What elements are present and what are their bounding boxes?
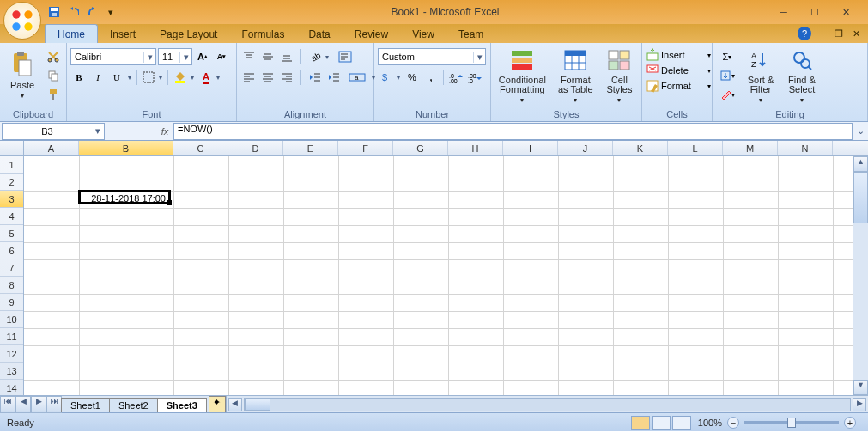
undo-icon[interactable] (65, 4, 81, 20)
font-size-combo[interactable]: 11▾ (158, 48, 192, 65)
decrease-decimal-icon[interactable]: .00.0 (466, 69, 483, 86)
column-header-H[interactable]: H (448, 141, 503, 155)
scroll-right-button[interactable]: ▶ (853, 398, 866, 411)
row-header-1[interactable]: 1 (0, 156, 23, 174)
tab-data[interactable]: Data (296, 25, 342, 43)
column-header-A[interactable]: A (24, 141, 79, 155)
align-right-icon[interactable] (278, 69, 295, 86)
horizontal-scroll-thumb[interactable] (245, 399, 270, 411)
page-layout-view-button[interactable] (652, 416, 671, 430)
tab-insert[interactable]: Insert (98, 25, 148, 43)
font-name-combo[interactable]: Calibri▾ (70, 48, 156, 65)
format-cells-button[interactable]: Format▾ (646, 79, 711, 93)
normal-view-button[interactable] (631, 416, 650, 430)
column-header-E[interactable]: E (283, 141, 338, 155)
formula-bar-expand-icon[interactable]: ⌄ (853, 125, 868, 137)
vertical-scrollbar[interactable]: ▲ ▼ (853, 156, 868, 395)
row-header-13[interactable]: 13 (0, 363, 23, 380)
fill-color-icon[interactable] (172, 69, 189, 86)
tab-view[interactable]: View (400, 25, 446, 43)
align-top-icon[interactable] (240, 48, 258, 65)
column-header-B[interactable]: B (79, 141, 173, 155)
sheet-tab-sheet2[interactable]: Sheet2 (109, 398, 158, 412)
merge-center-icon[interactable]: a (344, 69, 370, 86)
align-bottom-icon[interactable] (278, 48, 295, 65)
cell-styles-button[interactable]: Cell Styles▾ (601, 45, 638, 105)
bold-icon[interactable]: B (70, 69, 88, 86)
mdi-minimize-button[interactable]: ─ (815, 26, 829, 41)
row-header-6[interactable]: 6 (0, 242, 23, 259)
accounting-format-icon[interactable]: $ (378, 69, 395, 86)
redo-icon[interactable] (84, 4, 100, 20)
zoom-out-button[interactable]: − (727, 417, 739, 429)
column-header-D[interactable]: D (228, 141, 283, 155)
format-as-table-button[interactable]: Format as Table▾ (554, 45, 598, 105)
mdi-restore-button[interactable]: ❐ (832, 26, 846, 41)
next-sheet-button[interactable]: ▶ (31, 396, 46, 413)
sheet-tab-sheet3[interactable]: Sheet3 (157, 398, 207, 412)
first-sheet-button[interactable]: ⏮ (0, 396, 15, 413)
font-color-icon[interactable]: A (197, 69, 215, 86)
row-header-12[interactable]: 12 (0, 345, 23, 363)
scroll-left-button[interactable]: ◀ (228, 398, 242, 411)
horizontal-scrollbar[interactable]: ◀ ▶ (226, 396, 868, 412)
tab-team[interactable]: Team (446, 25, 495, 43)
decrease-indent-icon[interactable] (307, 69, 324, 86)
grow-font-icon[interactable]: A▴ (194, 48, 211, 65)
italic-icon[interactable]: I (89, 69, 106, 86)
row-header-9[interactable]: 9 (0, 294, 23, 311)
row-header-3[interactable]: 3 (0, 191, 23, 208)
percent-format-icon[interactable]: % (404, 69, 421, 86)
conditional-formatting-button[interactable]: Conditional Formatting▾ (495, 45, 550, 105)
sheet-tab-sheet1[interactable]: Sheet1 (61, 398, 110, 412)
border-icon[interactable] (140, 69, 157, 86)
tab-formulas[interactable]: Formulas (229, 25, 296, 43)
cut-icon[interactable] (45, 48, 62, 65)
number-format-combo[interactable]: Custom▾ (378, 48, 486, 65)
zoom-slider[interactable] (744, 421, 839, 424)
close-button[interactable]: ✕ (834, 4, 858, 20)
column-header-K[interactable]: K (613, 141, 668, 155)
scroll-down-button[interactable]: ▼ (853, 380, 868, 395)
prev-sheet-button[interactable]: ◀ (15, 396, 31, 413)
save-icon[interactable] (46, 4, 62, 20)
row-header-8[interactable]: 8 (0, 277, 23, 294)
align-center-icon[interactable] (259, 69, 276, 86)
formula-input[interactable]: =NOW() (173, 123, 853, 140)
column-header-G[interactable]: G (393, 141, 448, 155)
mdi-close-button[interactable]: ✕ (849, 26, 863, 41)
increase-indent-icon[interactable] (325, 69, 343, 86)
column-header-I[interactable]: I (503, 141, 558, 155)
vertical-scroll-thumb[interactable] (853, 172, 868, 223)
tab-home[interactable]: Home (45, 24, 98, 43)
fill-handle[interactable] (167, 200, 172, 205)
row-header-7[interactable]: 7 (0, 259, 23, 277)
tab-page-layout[interactable]: Page Layout (148, 25, 229, 43)
page-break-view-button[interactable] (672, 416, 691, 430)
cells-area[interactable]: 28-11-2018 17:00 (24, 156, 853, 395)
row-header-14[interactable]: 14 (0, 380, 23, 395)
paste-button[interactable]: Paste ▾ (3, 45, 41, 105)
orientation-icon[interactable]: ab (307, 48, 324, 65)
active-cell[interactable]: 28-11-2018 17:00 (78, 190, 171, 204)
underline-icon[interactable]: U (108, 69, 125, 86)
align-left-icon[interactable] (240, 69, 258, 86)
office-button[interactable] (3, 2, 41, 40)
copy-icon[interactable] (45, 67, 62, 84)
insert-cells-button[interactable]: Insert▾ (646, 48, 711, 62)
scroll-up-button[interactable]: ▲ (853, 156, 868, 172)
comma-format-icon[interactable]: , (422, 69, 440, 86)
increase-decimal-icon[interactable]: .0.00 (447, 69, 464, 86)
row-header-10[interactable]: 10 (0, 311, 23, 328)
minimize-button[interactable]: ─ (772, 4, 796, 20)
column-header-C[interactable]: C (173, 141, 228, 155)
delete-cells-button[interactable]: Delete▾ (646, 64, 711, 77)
format-painter-icon[interactable] (45, 86, 62, 103)
qat-customize-icon[interactable]: ▾ (103, 4, 118, 20)
maximize-button[interactable]: ☐ (803, 4, 827, 20)
column-header-N[interactable]: N (778, 141, 833, 155)
autosum-icon[interactable]: Σ ▾ (716, 48, 738, 65)
find-select-button[interactable]: Find & Select▾ (783, 45, 821, 105)
zoom-in-button[interactable]: + (844, 417, 856, 429)
shrink-font-icon[interactable]: A▾ (213, 48, 230, 65)
